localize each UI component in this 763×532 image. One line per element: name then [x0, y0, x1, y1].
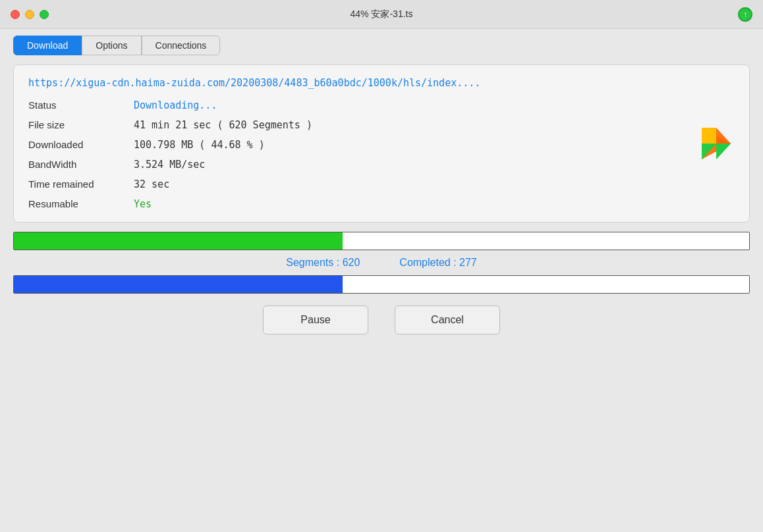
svg-marker-6: [716, 128, 731, 144]
status-value: Downloading...: [134, 99, 735, 111]
info-grid: Status Downloading... File size 41 min 2…: [28, 99, 735, 210]
green-progress-bar: [13, 232, 750, 250]
svg-marker-7: [716, 144, 731, 159]
maximize-button[interactable]: [40, 10, 49, 19]
blue-progress-bar: [13, 275, 750, 294]
completed-label: Completed : 277: [399, 257, 476, 269]
segments-label: Segments : 620: [286, 257, 360, 269]
bandwidth-label: BandWidth: [28, 159, 134, 171]
main-content: https://xigua-cdn.haima-zuida.com/202003…: [0, 55, 763, 532]
svg-marker-4: [702, 128, 716, 144]
tab-options[interactable]: Options: [82, 36, 141, 55]
close-button[interactable]: [11, 10, 20, 19]
filesize-label: File size: [28, 119, 134, 131]
filesize-value: 41 min 21 sec ( 620 Segments ): [134, 119, 735, 131]
window-title: 44% 安家-31.ts: [351, 9, 413, 20]
youku-logo: [698, 125, 735, 162]
downloaded-value: 100.798 MB ( 44.68 % ): [134, 139, 735, 151]
traffic-lights: [11, 10, 49, 19]
titlebar: 44% 安家-31.ts: [0, 0, 763, 29]
time-value: 32 sec: [134, 178, 735, 190]
tab-bar: Download Options Connections: [0, 29, 763, 55]
bandwidth-value: 3.524 MB/sec: [134, 159, 735, 171]
resumable-value: Yes: [134, 198, 735, 210]
status-label: Status: [28, 99, 134, 111]
tab-connections[interactable]: Connections: [142, 36, 221, 55]
pause-button[interactable]: Pause: [263, 306, 368, 334]
resumable-label: Resumable: [28, 198, 134, 210]
minimize-button[interactable]: [25, 10, 34, 19]
cancel-button[interactable]: Cancel: [395, 306, 500, 334]
download-url[interactable]: https://xigua-cdn.haima-zuida.com/202003…: [28, 77, 735, 89]
info-panel: https://xigua-cdn.haima-zuida.com/202003…: [13, 65, 750, 223]
time-label: Time remained: [28, 178, 134, 190]
actions: Pause Cancel: [13, 303, 750, 334]
upload-icon[interactable]: [738, 7, 752, 22]
downloaded-label: Downloaded: [28, 139, 134, 151]
tab-download[interactable]: Download: [13, 36, 82, 55]
progress-section: Segments : 620 Completed : 277: [13, 232, 750, 294]
green-progress-fill: [14, 232, 343, 250]
blue-progress-fill: [14, 276, 343, 293]
segments-info: Segments : 620 Completed : 277: [13, 257, 750, 269]
